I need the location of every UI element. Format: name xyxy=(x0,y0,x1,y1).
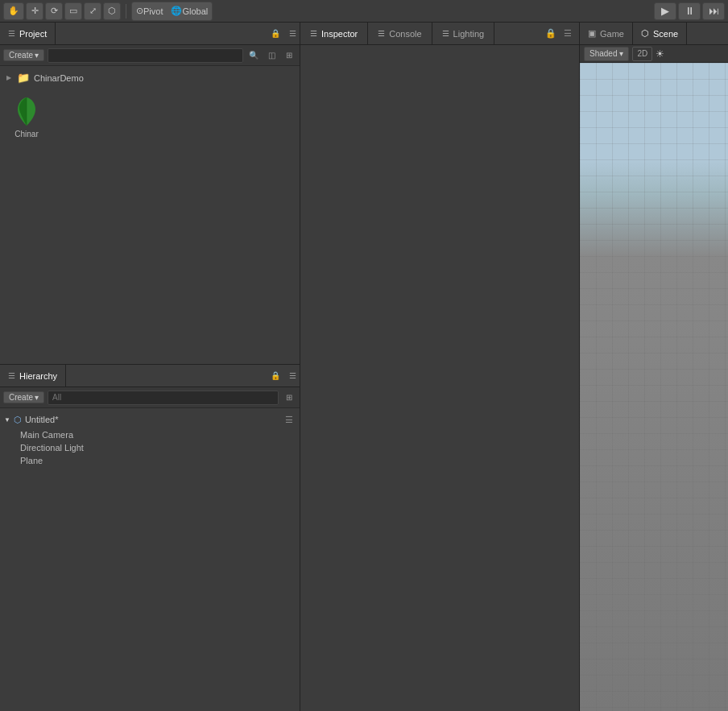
project-tab-icon: ☰ xyxy=(8,29,15,38)
hierarchy-tab[interactable]: ☰ Hierarchy xyxy=(0,365,66,387)
lighting-tab-label: Lighting xyxy=(453,29,485,39)
project-controls: Create ▾ 🔍 ◫ ⊞ xyxy=(0,45,300,66)
create-arrow-icon: ▾ xyxy=(35,51,39,60)
hierarchy-create-label: Create xyxy=(9,393,33,402)
hierarchy-panel-header-right: 🔒 ☰ xyxy=(268,365,300,387)
scene-view-controls: Shaded ▾ 2D ☀ xyxy=(580,45,728,63)
hierarchy-controls: Create ▾ ⊞ xyxy=(0,387,300,408)
game-tab-label: Game xyxy=(600,29,624,39)
directional-light-label: Directional Light xyxy=(20,443,84,453)
left-panel: ☰ Project 🔒 ☰ Create ▾ 🔍 ◫ ⊞ xyxy=(0,23,300,711)
inspector-tab-icon: ☰ xyxy=(310,29,317,38)
rotate-tool-button[interactable]: ⟳ xyxy=(45,2,63,20)
toolbar-sep-1 xyxy=(126,4,126,19)
project-tab-bar: ☰ Project 🔒 ☰ xyxy=(0,23,300,45)
hierarchy-create-button[interactable]: Create ▾ xyxy=(3,391,44,403)
project-tab-label: Project xyxy=(19,29,47,39)
hierarchy-create-arrow: ▾ xyxy=(35,393,39,402)
pause-button[interactable]: ⏸ xyxy=(678,2,701,20)
scene-tab-label: Scene xyxy=(653,29,678,39)
asset-name: Chinar xyxy=(14,130,38,138)
scene-tab[interactable]: ⬡ Scene xyxy=(633,23,687,44)
game-tab[interactable]: ▣ Game xyxy=(580,23,633,44)
pivot-global-group: ⊙ Pivot 🌐 Global xyxy=(131,2,213,21)
asset-icon-container xyxy=(10,96,43,128)
hierarchy-tab-bar: ☰ Hierarchy 🔒 ☰ xyxy=(0,365,300,387)
project-menu-button[interactable]: ☰ xyxy=(285,27,300,41)
lighting-tab[interactable]: ☰ Lighting xyxy=(432,23,495,44)
asset-chinar[interactable]: Chinar xyxy=(8,93,45,141)
view-tab-bar: ▣ Game ⬡ Scene xyxy=(580,23,728,45)
shaded-label: Shaded xyxy=(589,49,617,58)
top-toolbar: ✋ ✛ ⟳ ▭ ⤢ ⬡ ⊙ Pivot 🌐 Global ▶ ⏸ ⏭ xyxy=(0,0,728,23)
hierarchy-item-plane[interactable]: Plane xyxy=(0,454,300,467)
hierarchy-content: ▼ ⬡ Untitled* ☰ Main Camera Directional … xyxy=(0,408,300,711)
step-button[interactable]: ⏭ xyxy=(702,2,725,20)
move-tool-button[interactable]: ✛ xyxy=(26,2,43,20)
project-create-button[interactable]: Create ▾ xyxy=(3,49,44,61)
hierarchy-tab-icon: ☰ xyxy=(8,371,15,380)
hierarchy-lock-button[interactable]: 🔒 xyxy=(268,369,283,383)
scene-viewport[interactable] xyxy=(580,63,728,711)
scene-expand-icon: ▼ xyxy=(4,416,10,424)
rect-tool-button[interactable]: ▭ xyxy=(64,2,82,20)
2d-toggle-button[interactable]: 2D xyxy=(632,47,652,61)
play-button[interactable]: ▶ xyxy=(654,2,676,20)
project-tab[interactable]: ☰ Project xyxy=(0,23,56,44)
hierarchy-item-main-camera[interactable]: Main Camera xyxy=(0,428,300,441)
pivot-label: Pivot xyxy=(143,6,163,16)
project-settings-btn[interactable]: ⊞ xyxy=(282,48,296,63)
console-tab-icon: ☰ xyxy=(378,29,385,38)
console-tab-label: Console xyxy=(389,29,421,39)
main-layout: ☰ Project 🔒 ☰ Create ▾ 🔍 ◫ ⊞ xyxy=(0,23,728,711)
hand-tool-button[interactable]: ✋ xyxy=(3,2,24,20)
folder-chinar-demo[interactable]: ▶ 📁 ChinarDemo xyxy=(4,70,296,85)
view-panel: ▣ Game ⬡ Scene Shaded ▾ 2D ☀ xyxy=(580,23,728,711)
plane-label: Plane xyxy=(20,456,43,465)
project-filter-btn[interactable]: ◫ xyxy=(264,48,279,63)
shaded-arrow-icon: ▾ xyxy=(619,49,623,58)
asset-grid: Chinar xyxy=(4,85,296,149)
project-panel-header-right: 🔒 ☰ xyxy=(268,23,300,44)
pivot-icon: ⊙ xyxy=(136,6,143,16)
project-lock-button[interactable]: 🔒 xyxy=(268,27,283,41)
sun-icon: ☀ xyxy=(656,48,664,60)
hierarchy-filter-button[interactable]: ⊞ xyxy=(282,391,296,405)
global-button[interactable]: 🌐 Global xyxy=(167,2,212,20)
hierarchy-panel: ☰ Hierarchy 🔒 ☰ Create ▾ ⊞ ▼ ⬡ xyxy=(0,365,300,711)
scene-menu-button[interactable]: ☰ xyxy=(283,413,296,426)
inspector-lock-button[interactable]: 🔒 xyxy=(544,27,558,41)
scale-tool-button[interactable]: ⤢ xyxy=(84,2,101,20)
game-tab-icon: ▣ xyxy=(588,28,596,39)
hierarchy-item-directional-light[interactable]: Directional Light xyxy=(0,441,300,454)
project-panel: ☰ Project 🔒 ☰ Create ▾ 🔍 ◫ ⊞ xyxy=(0,23,300,365)
shaded-button[interactable]: Shaded ▾ xyxy=(584,47,629,61)
pivot-button[interactable]: ⊙ Pivot xyxy=(132,2,167,20)
scene-tab-icon: ⬡ xyxy=(641,28,649,39)
inspector-menu-button[interactable]: ☰ xyxy=(560,27,575,41)
lighting-tab-icon: ☰ xyxy=(442,29,449,38)
project-search-input[interactable] xyxy=(48,48,243,63)
global-icon: 🌐 xyxy=(171,6,182,16)
folder-name: ChinarDemo xyxy=(34,73,84,83)
transform-tool-button[interactable]: ⬡ xyxy=(103,2,121,20)
hierarchy-search-input[interactable] xyxy=(48,391,279,405)
inspector-tab-label: Inspector xyxy=(321,29,358,39)
chinar-asset-icon xyxy=(11,95,42,129)
main-camera-label: Main Camera xyxy=(20,430,73,440)
inspector-content xyxy=(300,45,579,711)
console-tab[interactable]: ☰ Console xyxy=(368,23,432,44)
create-label: Create xyxy=(9,51,33,60)
play-controls: ▶ ⏸ ⏭ xyxy=(654,2,725,20)
hierarchy-tab-label: Hierarchy xyxy=(19,371,57,381)
scene-row-icon: ⬡ xyxy=(14,415,22,425)
scene-row[interactable]: ▼ ⬡ Untitled* ☰ xyxy=(0,411,300,428)
inspector-tab-bar-right: 🔒 ☰ xyxy=(540,23,579,44)
folder-expand-icon: ▶ xyxy=(6,74,11,81)
project-content: ▶ 📁 ChinarDemo C xyxy=(0,66,300,364)
hierarchy-menu-button[interactable]: ☰ xyxy=(285,369,300,383)
folder-icon: 📁 xyxy=(17,72,30,84)
global-label: Global xyxy=(182,6,208,16)
project-search-icon-btn[interactable]: 🔍 xyxy=(246,48,261,63)
inspector-tab[interactable]: ☰ Inspector xyxy=(300,23,368,44)
